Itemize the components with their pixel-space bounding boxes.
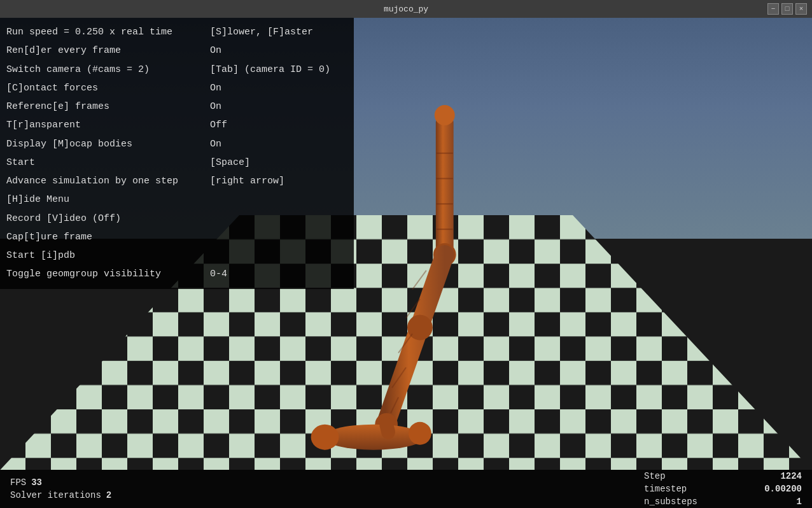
menu-rows: Run speed = 0.250 x real time[S]lower, […: [6, 23, 347, 284]
window-title: mujoco_py: [384, 4, 428, 14]
nsubsteps-value: 1: [797, 497, 802, 507]
menu-label-1: Ren[d]er every frame: [6, 43, 210, 58]
menu-row-10: Record [V]ideo (Off): [6, 209, 347, 228]
menu-row-0: Run speed = 0.250 x real time[S]lower, […: [6, 23, 347, 41]
nsubsteps-row: n_substeps 1: [644, 495, 802, 508]
window-controls[interactable]: − □ ×: [767, 3, 807, 15]
nsubsteps-label: n_substeps: [644, 497, 697, 507]
menu-row-7: Start[Space]: [6, 153, 347, 172]
menu-label-8: Advance simulation by one step: [6, 174, 210, 188]
menu-value-13: 0-4: [210, 267, 227, 281]
solver-row: Solver iterations 2: [10, 489, 624, 502]
status-right: Step 1224 timestep 0.00200 n_substeps 1: [634, 470, 812, 508]
menu-row-12: Start [i]pdb: [6, 246, 347, 265]
menu-label-7: Start: [6, 155, 210, 170]
menu-label-0: Run speed = 0.250 x real time: [6, 25, 210, 39]
fps-value: 33: [31, 477, 42, 488]
menu-value-7: [Space]: [210, 155, 250, 170]
step-row: Step 1224: [644, 470, 802, 483]
step-label: Step: [644, 471, 666, 481]
menu-value-2: [Tab] (camera ID = 0): [210, 62, 330, 77]
fps-row: FPS 33: [10, 476, 624, 489]
step-value: 1224: [780, 471, 802, 481]
menu-row-5: T[r]ansparentOff: [6, 116, 347, 134]
minimize-button[interactable]: −: [767, 3, 779, 15]
menu-label-6: Display [M]ocap bodies: [6, 137, 210, 152]
menu-label-13: Toggle geomgroup visibility: [6, 267, 210, 281]
menu-overlay: Run speed = 0.250 x real time[S]lower, […: [0, 18, 354, 289]
solver-label: Solver iterations: [10, 490, 101, 500]
menu-value-6: On: [210, 137, 221, 152]
close-button[interactable]: ×: [795, 3, 807, 15]
status-left: FPS 33 Solver iterations 2: [0, 476, 634, 502]
svg-line-9: [385, 254, 445, 425]
maximize-button[interactable]: □: [781, 3, 793, 15]
svg-point-14: [409, 421, 431, 444]
menu-row-8: Advance simulation by one step[right arr…: [6, 172, 347, 190]
svg-rect-6: [436, 115, 454, 254]
main-viewport: Run speed = 0.250 x real time[S]lower, […: [0, 18, 812, 508]
menu-label-9: [H]ide Menu: [6, 192, 210, 207]
timestep-value: 0.00200: [764, 484, 802, 494]
titlebar: mujoco_py − □ ×: [0, 0, 812, 18]
menu-row-4: Referenc[e] framesOn: [6, 97, 347, 116]
menu-label-12: Start [i]pdb: [6, 248, 210, 263]
menu-value-4: On: [210, 99, 221, 114]
menu-row-13: Toggle geomgroup visibility0-4: [6, 265, 347, 283]
menu-value-0: [S]lower, [F]aster: [210, 25, 313, 39]
menu-row-9: [H]ide Menu: [6, 190, 347, 209]
menu-value-1: On: [210, 43, 221, 58]
menu-value-5: Off: [210, 118, 227, 132]
timestep-row: timestep 0.00200: [644, 483, 802, 495]
svg-point-7: [435, 104, 455, 125]
svg-line-15: [386, 424, 388, 432]
menu-label-4: Referenc[e] frames: [6, 99, 210, 114]
menu-label-2: Switch camera (#cams = 2): [6, 62, 210, 77]
menu-row-2: Switch camera (#cams = 2)[Tab] (camera I…: [6, 60, 347, 79]
menu-label-11: Cap[t]ure frame: [6, 230, 210, 244]
menu-label-3: [C]ontact forces: [6, 81, 210, 95]
menu-row-1: Ren[d]er every frameOn: [6, 41, 347, 60]
status-bar: FPS 33 Solver iterations 2 Step 1224 tim…: [0, 470, 812, 508]
menu-value-3: On: [210, 81, 221, 95]
menu-row-3: [C]ontact forcesOn: [6, 79, 347, 97]
menu-label-10: Record [V]ideo (Off): [6, 211, 210, 226]
svg-point-13: [311, 424, 339, 449]
menu-row-6: Display [M]ocap bodiesOn: [6, 135, 347, 153]
solver-value: 2: [106, 490, 111, 500]
timestep-label: timestep: [644, 484, 687, 494]
menu-value-8: [right arrow]: [210, 174, 284, 188]
fps-label: FPS: [10, 477, 26, 488]
menu-label-5: T[r]ansparent: [6, 118, 210, 132]
menu-row-11: Cap[t]ure frame: [6, 228, 347, 246]
